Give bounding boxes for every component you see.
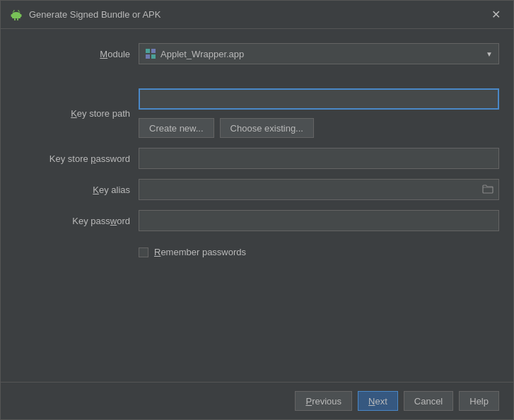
generate-signed-dialog: Generate Signed Bundle or APK ✕ Module — [0, 0, 514, 420]
svg-rect-10 — [146, 49, 150, 53]
folder-icon — [482, 184, 493, 194]
remember-passwords-row: Remember passwords — [139, 247, 499, 257]
dialog-footer: Previous Next Cancel Help — [1, 382, 513, 419]
svg-rect-3 — [21, 14, 22, 17]
module-control-wrap: Applet_Wrapper.app ▼ — [139, 43, 499, 64]
module-select-inner: Applet_Wrapper.app — [145, 48, 244, 59]
key-alias-input[interactable] — [139, 179, 499, 200]
module-label: Module — [15, 49, 139, 59]
module-name: Applet_Wrapper.app — [160, 49, 244, 59]
remember-passwords-label: Remember passwords — [154, 247, 246, 257]
keystore-path-label: Key store path — [15, 108, 139, 119]
key-password-control-wrap — [139, 210, 499, 231]
svg-rect-13 — [151, 54, 156, 59]
keystore-path-row: Key store path Create new... Choose exis… — [15, 88, 499, 138]
keystore-password-label: Key store password — [15, 153, 139, 164]
close-button[interactable]: ✕ — [487, 8, 505, 22]
keystore-path-control-wrap: Create new... Choose existing... — [139, 88, 499, 138]
module-select[interactable]: Applet_Wrapper.app ▼ — [139, 43, 499, 64]
choose-existing-button[interactable]: Choose existing... — [220, 118, 314, 138]
help-button[interactable]: Help — [459, 391, 499, 411]
key-alias-label: Key alias — [15, 185, 139, 195]
svg-rect-5 — [17, 18, 18, 21]
previous-button[interactable]: Previous — [295, 391, 352, 411]
title-bar-left: Generate Signed Bundle or APK — [9, 8, 160, 22]
keystore-path-buttons: Create new... Choose existing... — [139, 118, 499, 138]
cancel-button[interactable]: Cancel — [404, 391, 453, 411]
android-icon — [9, 8, 23, 22]
key-alias-control-wrap — [139, 179, 499, 200]
key-password-input[interactable] — [139, 210, 499, 231]
keystore-password-control-wrap — [139, 148, 499, 169]
spacer-1 — [15, 74, 499, 88]
key-alias-folder-button[interactable] — [478, 181, 498, 199]
key-alias-wrap — [139, 179, 499, 200]
svg-rect-4 — [14, 18, 16, 21]
title-bar: Generate Signed Bundle or APK ✕ — [1, 1, 513, 29]
key-alias-row: Key alias — [15, 179, 499, 200]
svg-rect-11 — [151, 49, 156, 53]
module-dropdown-arrow: ▼ — [486, 50, 493, 58]
svg-rect-12 — [146, 54, 150, 59]
module-row: Module Applet_Wrapper.app ▼ — [15, 43, 499, 64]
keystore-password-row: Key store password — [15, 148, 499, 169]
key-password-row: Key password — [15, 210, 499, 231]
keystore-password-input[interactable] — [139, 148, 499, 169]
dialog-content: Module Applet_Wrapper.app ▼ — [1, 29, 513, 382]
key-password-label: Key password — [15, 216, 139, 226]
module-icon — [145, 48, 156, 59]
create-new-button[interactable]: Create new... — [139, 118, 214, 138]
svg-rect-2 — [11, 14, 13, 17]
svg-point-8 — [13, 10, 14, 11]
keystore-path-input[interactable] — [139, 88, 499, 110]
dialog-title: Generate Signed Bundle or APK — [29, 9, 160, 20]
next-button[interactable]: Next — [358, 391, 398, 411]
remember-passwords-checkbox[interactable] — [139, 247, 148, 257]
svg-point-9 — [18, 10, 18, 11]
